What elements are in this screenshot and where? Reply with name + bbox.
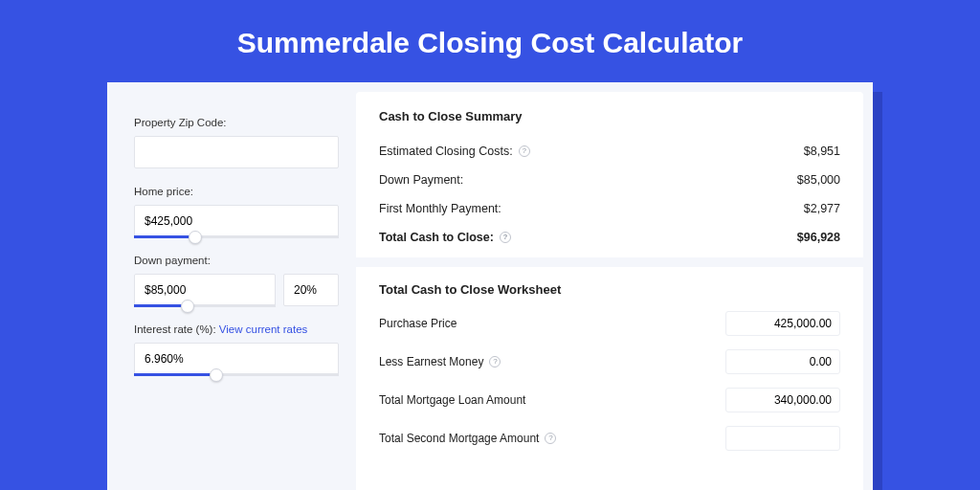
down-payment-pct-input[interactable] bbox=[283, 274, 339, 306]
ws-label-text: Total Second Mortgage Amount bbox=[379, 432, 539, 445]
down-payment-field: Down payment: bbox=[134, 255, 339, 306]
ws-row-mortgage-amount: Total Mortgage Loan Amount bbox=[379, 381, 840, 419]
down-payment-slider-thumb[interactable] bbox=[181, 300, 194, 313]
home-price-slider-thumb[interactable] bbox=[189, 231, 202, 244]
down-payment-input-wrap bbox=[134, 274, 276, 306]
help-icon[interactable]: ? bbox=[489, 356, 501, 368]
zip-input[interactable] bbox=[134, 136, 339, 168]
ws-row-purchase-price: Purchase Price bbox=[379, 304, 840, 343]
summary-title: Cash to Close Summary bbox=[379, 109, 840, 123]
ws-row-earnest-money: Less Earnest Money ? bbox=[379, 343, 840, 381]
down-payment-label: Down payment: bbox=[134, 255, 339, 266]
ws-row-second-mortgage: Total Second Mortgage Amount ? bbox=[379, 419, 840, 457]
worksheet-title: Total Cash to Close Worksheet bbox=[379, 282, 840, 297]
help-icon[interactable]: ? bbox=[545, 433, 556, 444]
page-title: Summerdale Closing Cost Calculator bbox=[0, 0, 980, 82]
interest-rate-input[interactable] bbox=[134, 343, 339, 375]
summary-value: $2,977 bbox=[804, 202, 840, 215]
help-icon[interactable]: ? bbox=[500, 232, 511, 243]
summary-row-closing-costs: Estimated Closing Costs: ? $8,951 bbox=[379, 137, 840, 166]
calculator-frame: Property Zip Code: Home price: Down paym… bbox=[107, 82, 873, 490]
ws-label-text: Purchase Price bbox=[379, 317, 457, 330]
summary-row-first-payment: First Monthly Payment: $2,977 bbox=[379, 194, 840, 223]
summary-label-text: First Monthly Payment: bbox=[379, 202, 501, 215]
ws-label-text: Total Mortgage Loan Amount bbox=[379, 393, 525, 407]
interest-rate-label-row: Interest rate (%): View current rates bbox=[134, 323, 339, 335]
summary-label-text: Estimated Closing Costs: bbox=[379, 145, 513, 158]
ws-label-text: Less Earnest Money bbox=[379, 355, 483, 368]
zip-field: Property Zip Code: bbox=[134, 117, 339, 168]
home-price-input-wrap bbox=[134, 205, 339, 237]
summary-total-label: Total Cash to Close: bbox=[379, 231, 494, 244]
down-payment-slider-fill bbox=[134, 304, 188, 307]
view-rates-link[interactable]: View current rates bbox=[219, 323, 307, 335]
summary-value: $8,951 bbox=[804, 145, 840, 158]
summary-row-total: Total Cash to Close: ? $96,928 bbox=[379, 223, 840, 252]
interest-rate-input-wrap bbox=[134, 343, 339, 375]
ws-second-mortgage-input[interactable] bbox=[725, 426, 840, 451]
results-panel: Cash to Close Summary Estimated Closing … bbox=[356, 92, 863, 490]
zip-label: Property Zip Code: bbox=[134, 117, 339, 128]
interest-rate-label: Interest rate (%): bbox=[134, 323, 216, 335]
down-payment-input[interactable] bbox=[134, 274, 276, 306]
interest-rate-field: Interest rate (%): View current rates bbox=[134, 323, 339, 375]
home-price-field: Home price: bbox=[134, 186, 339, 237]
interest-rate-slider-fill bbox=[134, 373, 216, 376]
summary-total-value: $96,928 bbox=[797, 231, 840, 244]
help-icon[interactable]: ? bbox=[519, 145, 530, 157]
home-price-slider-fill bbox=[134, 235, 195, 238]
summary-label-text: Down Payment: bbox=[379, 173, 463, 187]
interest-rate-slider-thumb[interactable] bbox=[210, 368, 223, 382]
ws-purchase-price-input[interactable] bbox=[725, 311, 840, 336]
summary-row-down-payment: Down Payment: $85,000 bbox=[379, 166, 840, 194]
ws-earnest-money-input[interactable] bbox=[725, 349, 840, 374]
inputs-sidebar: Property Zip Code: Home price: Down paym… bbox=[107, 82, 356, 490]
home-price-label: Home price: bbox=[134, 186, 339, 197]
summary-value: $85,000 bbox=[797, 173, 840, 187]
home-price-input[interactable] bbox=[134, 205, 339, 237]
section-divider bbox=[356, 257, 863, 267]
ws-mortgage-amount-input[interactable] bbox=[725, 388, 840, 412]
calculator-card: Property Zip Code: Home price: Down paym… bbox=[107, 82, 873, 490]
